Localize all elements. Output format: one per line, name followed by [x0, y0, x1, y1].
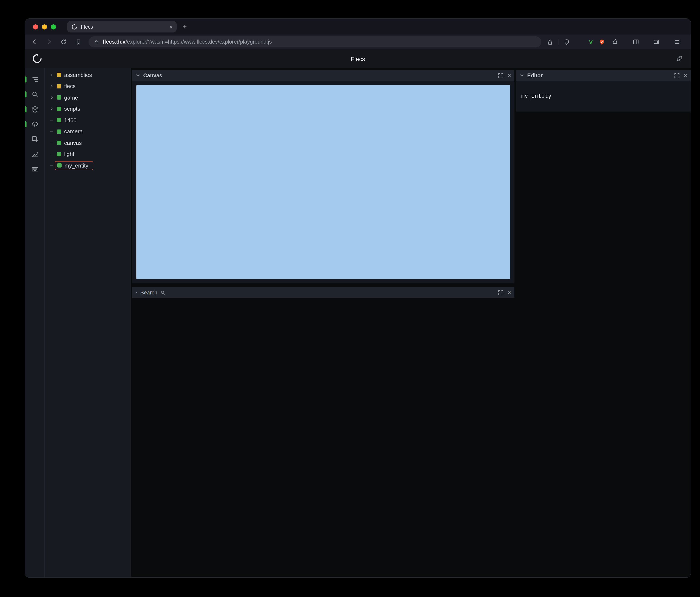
editor-panel: Editor × my_entity: [516, 70, 691, 111]
canvas-panel-header[interactable]: Canvas ×: [132, 70, 515, 81]
tree-guide-dash: [49, 154, 54, 155]
tree-item-label: 1460: [64, 117, 77, 124]
tree-row-scripts[interactable]: scripts: [45, 103, 131, 114]
editor-panel-header[interactable]: Editor ×: [516, 70, 691, 81]
expand-icon[interactable]: [675, 73, 680, 78]
tree-row-canvas[interactable]: canvas: [45, 137, 131, 149]
module-color-swatch: [57, 84, 61, 88]
rail-item-inspector[interactable]: [25, 132, 45, 147]
sidebar-toggle-icon[interactable]: [631, 37, 640, 46]
browser-tab[interactable]: Flecs ×: [67, 21, 177, 32]
reload-icon[interactable]: [59, 37, 68, 46]
new-tab-button[interactable]: +: [182, 23, 187, 30]
lock-icon: [94, 39, 99, 45]
tree-guide-dash: [49, 143, 54, 143]
brave-shield-icon[interactable]: [562, 37, 571, 46]
canvas-panel-body: [132, 81, 515, 283]
rail-item-script[interactable]: [25, 117, 45, 132]
tree-row-assemblies[interactable]: assemblies: [45, 69, 131, 81]
app-body: assemblies flecs game: [25, 68, 691, 577]
rail-item-entity-tree[interactable]: [25, 72, 45, 87]
panel-title: Canvas: [143, 73, 162, 78]
chevron-right-icon[interactable]: [49, 95, 54, 100]
chevron-down-icon[interactable]: [135, 73, 140, 78]
main-panel-area: Canvas × •: [131, 68, 691, 577]
share-icon[interactable]: [546, 37, 554, 46]
entity-color-swatch: [57, 118, 61, 123]
expand-icon[interactable]: [498, 290, 503, 295]
toolbar-divider: [558, 39, 559, 45]
screen: Flecs × + flecs.dev/explor: [0, 0, 700, 597]
webgl-canvas[interactable]: [136, 85, 510, 279]
canvas-panel: Canvas ×: [132, 70, 515, 283]
url-domain: flecs.dev: [103, 39, 125, 45]
tree-item-label: scripts: [64, 106, 80, 112]
tab-title: Flecs: [81, 24, 166, 30]
url-text: flecs.dev/explorer/?wasm=https://www.fle…: [103, 39, 272, 45]
traffic-lights: [25, 24, 56, 29]
minimize-window-button[interactable]: [42, 24, 47, 29]
forward-icon[interactable]: [45, 37, 53, 46]
app-header: Flecs: [25, 49, 691, 68]
rail-item-stats[interactable]: [25, 147, 45, 161]
url-bar[interactable]: flecs.dev/explorer/?wasm=https://www.fle…: [89, 36, 542, 47]
bookmark-icon[interactable]: [74, 37, 82, 46]
flecs-explorer-app: Flecs: [25, 49, 691, 577]
chevron-right-icon[interactable]: [49, 107, 54, 111]
chevron-right-icon[interactable]: [49, 73, 54, 77]
extensions-puzzle-icon[interactable]: [611, 37, 620, 46]
tree-row-camera[interactable]: camera: [45, 126, 131, 137]
tree-guide-dash: [49, 120, 54, 121]
rail-item-entities[interactable]: [25, 102, 45, 117]
tree-item-label: my_entity: [65, 162, 88, 169]
tree-row-light[interactable]: light: [45, 149, 131, 160]
cube-icon: [31, 105, 39, 113]
collapsed-dot-icon[interactable]: •: [135, 290, 137, 295]
tree-item-label: flecs: [64, 83, 75, 89]
panel-title: Editor: [527, 73, 543, 78]
close-icon[interactable]: ×: [684, 73, 687, 78]
extension-cluster: V: [589, 37, 685, 46]
tree-item-label: canvas: [64, 140, 82, 146]
tab-favicon-flecs-logo-icon: [71, 24, 77, 30]
rail-item-console[interactable]: [25, 161, 45, 177]
browser-toolbar: flecs.dev/explorer/?wasm=https://www.fle…: [25, 35, 691, 49]
code-icon: [31, 120, 39, 128]
url-path: /explorer/?wasm=https://www.flecs.dev/ex…: [125, 39, 272, 45]
rail-item-query[interactable]: [25, 87, 45, 102]
keyboard-icon: [31, 165, 39, 173]
url-actions: [546, 37, 571, 46]
tree-guide-dash: [49, 165, 54, 166]
adblock-shield-icon[interactable]: [599, 39, 605, 45]
chevron-down-icon[interactable]: [520, 73, 524, 78]
close-window-button[interactable]: [33, 24, 38, 29]
v-extension-icon[interactable]: V: [589, 39, 593, 45]
chevron-right-icon[interactable]: [49, 84, 54, 89]
expand-icon[interactable]: [498, 73, 503, 78]
editor-content[interactable]: my_entity: [516, 81, 691, 111]
tab-close-icon[interactable]: ×: [169, 24, 172, 29]
menu-icon[interactable]: [673, 37, 681, 46]
back-icon[interactable]: [30, 37, 39, 46]
tree-icon: [31, 75, 39, 83]
entity-color-swatch: [57, 96, 61, 100]
tree-row-my-entity[interactable]: my_entity: [45, 160, 131, 171]
sidebar-icon-rail: [25, 68, 45, 577]
wallet-icon[interactable]: [652, 37, 661, 46]
close-icon[interactable]: ×: [508, 290, 511, 295]
inspect-cursor-icon: [31, 135, 39, 143]
tree-row-flecs[interactable]: flecs: [45, 81, 131, 92]
entity-color-swatch: [57, 141, 61, 145]
tree-row-1460[interactable]: 1460: [45, 114, 131, 126]
browser-window: Flecs × + flecs.dev/explor: [25, 19, 691, 577]
zoom-window-button[interactable]: [51, 24, 56, 29]
tab-strip: Flecs × +: [25, 19, 691, 35]
share-link-icon[interactable]: [676, 55, 683, 62]
entity-color-swatch: [57, 107, 61, 111]
search-icon: [160, 290, 166, 295]
tree-row-game[interactable]: game: [45, 92, 131, 103]
close-icon[interactable]: ×: [508, 73, 511, 78]
panel-title: Search: [140, 289, 157, 295]
search-icon: [31, 90, 39, 98]
search-panel-header[interactable]: • Search ×: [132, 287, 515, 298]
